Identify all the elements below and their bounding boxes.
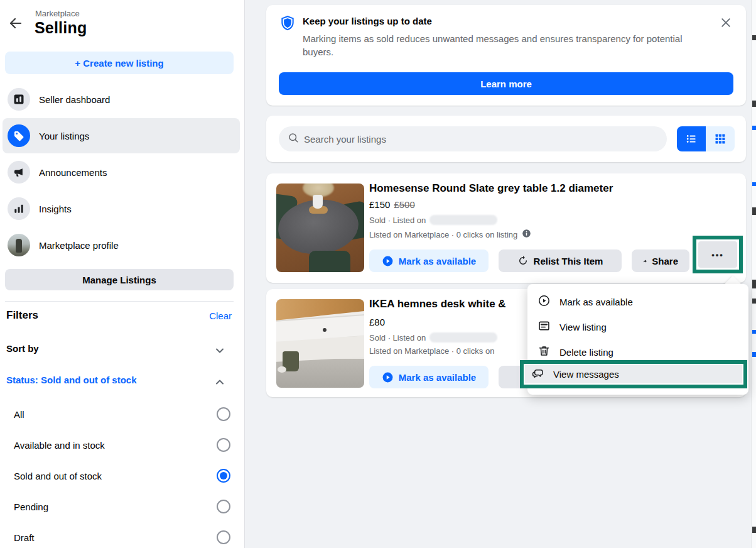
grid-view-button[interactable] — [706, 126, 735, 151]
radio-option-sold[interactable]: Sold and out of stock — [14, 466, 234, 485]
listing-price: £150£500 — [369, 199, 415, 210]
article-icon — [537, 319, 551, 334]
screen-edge-artifact — [751, 0, 756, 548]
search-section — [266, 116, 746, 162]
radio-label: Pending — [14, 501, 48, 512]
play-circle-icon — [537, 294, 551, 309]
menu-item-label: Delete listing — [559, 347, 613, 358]
shield-icon — [279, 14, 296, 35]
back-arrow-icon[interactable] — [6, 14, 25, 33]
marketplace-selling-page: Marketplace Selling + Create new listing… — [0, 0, 756, 548]
banner-title: Keep your listings up to date — [303, 16, 432, 26]
info-icon[interactable] — [522, 229, 531, 240]
menu-item-mark-as-available[interactable]: Mark as available — [527, 289, 748, 314]
radio-button[interactable] — [217, 438, 230, 452]
chat-icon — [531, 367, 544, 382]
radio-button-selected[interactable] — [217, 469, 230, 483]
radio-option-available[interactable]: Available and in stock — [14, 436, 234, 454]
relist-button[interactable]: Relist This Item — [499, 249, 622, 272]
tag-icon — [8, 124, 30, 147]
annotation-box-view-messages: View messages — [520, 360, 747, 388]
radio-label: Available and in stock — [14, 440, 105, 451]
listing-title[interactable]: Homesense Round Slate grey table 1.2 dia… — [369, 182, 613, 195]
listing-actions: Mark as available Relist This Item Share — [369, 249, 689, 272]
listing-meta-line: Listed on Marketplace · 0 clicks on — [369, 346, 494, 356]
trash-icon — [537, 344, 551, 359]
mark-as-available-button[interactable]: Mark as available — [369, 366, 489, 388]
create-new-listing-button[interactable]: + Create new listing — [5, 52, 234, 74]
page-title: Selling — [35, 19, 87, 37]
share-button[interactable]: Share — [632, 249, 689, 272]
listing-photo[interactable] — [276, 184, 364, 272]
radio-button[interactable] — [217, 530, 230, 544]
search-input[interactable] — [304, 134, 643, 145]
avatar — [8, 234, 30, 256]
close-icon[interactable] — [717, 14, 735, 31]
sidebar-item-marketplace-profile[interactable]: Marketplace profile — [3, 227, 240, 263]
sort-by-dropdown[interactable]: Sort by — [6, 343, 234, 358]
listing-status-line: Sold · Listed on — [369, 215, 497, 225]
sort-by-label: Sort by — [6, 343, 39, 354]
listing-photo[interactable] — [276, 299, 364, 388]
radio-button[interactable] — [217, 500, 230, 513]
menu-item-view-messages[interactable]: View messages — [525, 365, 742, 383]
banner-description: Marking items as sold reduces unwanted m… — [303, 32, 705, 58]
menu-item-label: View listing — [559, 322, 607, 332]
listing-card-homesense-table: Homesense Round Slate grey table 1.2 dia… — [266, 173, 746, 283]
sidebar-item-announcements[interactable]: Announcements — [3, 155, 240, 190]
manage-listings-button[interactable]: Manage Listings — [5, 269, 234, 290]
clear-filters-link[interactable]: Clear — [209, 310, 232, 321]
radio-option-all[interactable]: All — [14, 405, 234, 424]
sidebar-item-label: Marketplace profile — [39, 240, 119, 251]
megaphone-icon — [8, 161, 30, 184]
radio-label: All — [14, 409, 24, 420]
chevron-up-icon — [213, 376, 226, 391]
sidebar-item-label: Insights — [39, 204, 72, 214]
menu-item-view-listing[interactable]: View listing — [527, 314, 748, 339]
status-filter-dropdown[interactable]: Status: Sold and out of stock — [6, 375, 234, 390]
keep-listings-banner: Keep your listings up to date Marking it… — [266, 5, 746, 106]
mark-as-available-button[interactable]: Mark as available — [369, 249, 489, 272]
sidebar-item-label: Seller dashboard — [39, 94, 110, 105]
radio-option-draft[interactable]: Draft — [14, 528, 234, 547]
radio-label: Draft — [14, 532, 35, 543]
learn-more-button[interactable]: Learn more — [279, 72, 733, 95]
radio-button[interactable] — [217, 407, 230, 421]
annotation-box-more-button: ••• — [693, 236, 743, 273]
listing-meta-line: Listed on Marketplace · 0 clicks on list… — [369, 229, 531, 240]
filters-heading: Filters — [6, 309, 38, 322]
sidebar-item-label: Your listings — [39, 131, 89, 141]
redacted-date — [429, 332, 497, 342]
bar-chart-icon — [8, 197, 30, 220]
sidebar: Marketplace Selling + Create new listing… — [0, 0, 245, 548]
listing-price: £80 — [369, 317, 385, 327]
status-filter-label: Status: Sold and out of stock — [6, 375, 137, 385]
sidebar-item-seller-dashboard[interactable]: Seller dashboard — [3, 82, 240, 117]
seller-dashboard-icon — [8, 88, 30, 111]
listing-title[interactable]: IKEA hemnes desk white & — [369, 298, 506, 310]
search-bar[interactable] — [279, 126, 667, 151]
more-options-button[interactable]: ••• — [698, 241, 737, 268]
sidebar-item-your-listings[interactable]: Your listings — [3, 118, 240, 153]
list-view-button[interactable] — [677, 126, 706, 151]
listing-status-line: Sold · Listed on — [369, 332, 497, 342]
menu-item-label: Mark as available — [559, 297, 633, 307]
breadcrumb: Marketplace — [35, 9, 80, 18]
chevron-down-icon — [213, 344, 226, 359]
divider — [5, 301, 234, 302]
main-content: Keep your listings up to date Marking it… — [246, 0, 751, 548]
radio-label: Sold and out of stock — [14, 471, 102, 481]
redacted-date — [429, 215, 497, 225]
sidebar-item-insights[interactable]: Insights — [3, 191, 240, 226]
search-icon — [288, 132, 299, 146]
original-price: £500 — [394, 199, 414, 210]
radio-option-pending[interactable]: Pending — [14, 497, 234, 516]
view-toggle — [677, 126, 735, 151]
sidebar-item-label: Announcements — [39, 167, 107, 178]
menu-item-label: View messages — [553, 369, 619, 380]
